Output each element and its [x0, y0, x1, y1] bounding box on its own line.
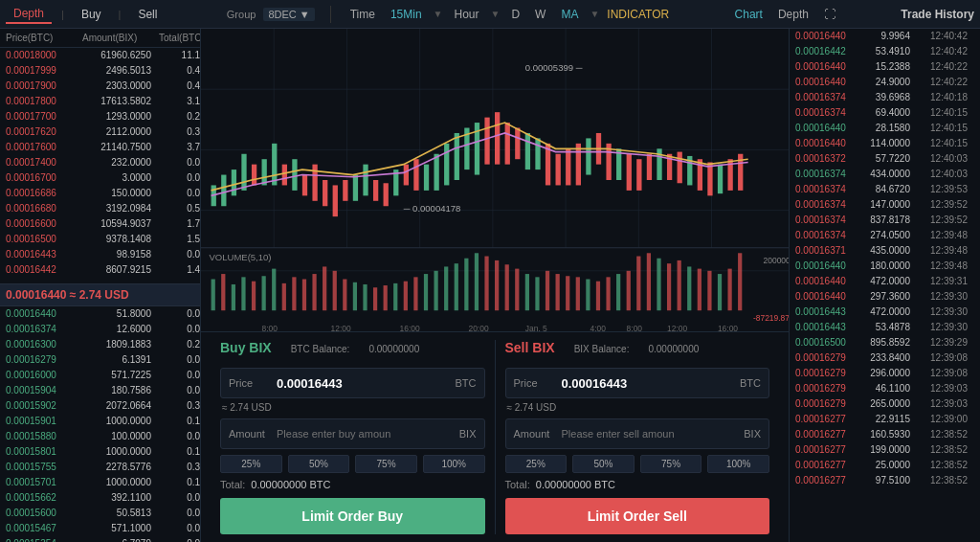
th-time: 12:40:42	[910, 30, 968, 43]
buy-order-row[interactable]: 0.00015467 571.1000 0.08833203	[0, 521, 200, 536]
th-price: 0.00016440	[795, 290, 862, 304]
buy-order-row[interactable]: 0.00016374 12.6000 0.00206312	[0, 322, 200, 337]
ob-total: 11.15291250	[151, 49, 200, 62]
buy-order-row[interactable]: 0.00015904 180.7586 0.02874784	[0, 383, 200, 398]
svg-rect-93	[455, 263, 458, 310]
sell-order-row[interactable]: 0.00017600 21140.7500 3.72077199	[0, 140, 200, 155]
svg-rect-74	[262, 276, 266, 310]
tab-sell[interactable]: Sell	[130, 6, 165, 23]
buy-order-row[interactable]: 0.00015880 100.0000 0.01588000	[0, 429, 200, 444]
sell-order-row[interactable]: 0.00018000 61960.6250 11.15291250	[0, 48, 200, 63]
sell-pct-25[interactable]: 25%	[505, 455, 568, 473]
ob-total: 1.41531445	[151, 263, 200, 277]
svg-rect-96	[484, 257, 488, 311]
ob-total: 0.22886099	[151, 110, 200, 124]
buy-pct-25[interactable]: 25%	[220, 455, 282, 473]
th-time: 12:39:03	[910, 382, 968, 395]
sell-pct-50[interactable]: 50%	[572, 455, 635, 473]
sell-order-row[interactable]: 0.00017700 1293.0000 0.22886099	[0, 109, 200, 124]
buy-order-row[interactable]: 0.00015600 50.5813 0.00789068	[0, 506, 200, 521]
trade-history-row: 0.00016374 84.6720 12:39:53	[790, 182, 980, 197]
buy-order-row[interactable]: 0.00015901 1000.0000 0.15901000	[0, 414, 200, 429]
ob-amount: 21140.7500	[75, 141, 151, 154]
buy-pct-100[interactable]: 100%	[423, 455, 485, 473]
th-amount: 297.3600	[862, 290, 910, 304]
sell-order-row[interactable]: 0.00016600 10594.9037 1.75875401	[0, 216, 200, 232]
ob-price: 0.00015755	[6, 461, 75, 474]
chart-btn-depth[interactable]: Depth	[774, 8, 813, 21]
sell-pct-100[interactable]: 100%	[707, 455, 769, 473]
ob-amount: 3.0000	[75, 171, 151, 185]
svg-rect-115	[678, 260, 681, 310]
buy-order-row[interactable]: 0.00015701 1000.0000 0.15700999	[0, 475, 200, 490]
ob-price: 0.00015467	[6, 522, 75, 535]
sell-order-row[interactable]: 0.00017900 2303.0000 0.41223699	[0, 79, 200, 94]
buy-price-input[interactable]	[277, 376, 456, 391]
chart-nav-indicator[interactable]: INDICATOR	[607, 8, 669, 21]
sell-pct-75[interactable]: 75%	[640, 455, 702, 473]
buy-order-row[interactable]: 0.00015354 6.7079 0.00102993	[0, 536, 200, 542]
ob-price: 0.00016440	[6, 307, 75, 321]
ob-price: 0.00015600	[6, 507, 75, 520]
trade-history-row: 0.00016277 160.5930 12:38:52	[790, 427, 980, 442]
buy-order-row[interactable]: 0.00015662 392.1100 0.06141226	[0, 490, 200, 506]
sell-order-row[interactable]: 0.00016686 150.0000 0.02502900	[0, 186, 200, 201]
chart-nav-hour[interactable]: Hour	[451, 8, 483, 21]
th-amount: 265.0000	[862, 397, 910, 411]
buy-percent-row: 25% 50% 75% 100%	[220, 455, 485, 473]
buy-order-row[interactable]: 0.00016440 51.8000 0.00851592	[0, 306, 200, 322]
chart-btn-expand[interactable]: ⛶	[820, 8, 839, 21]
buy-order-button[interactable]: Limit Order Buy	[220, 498, 485, 534]
svg-rect-98	[505, 264, 509, 310]
th-amount: 97.5100	[862, 474, 910, 487]
chart-nav-ma[interactable]: MA	[557, 8, 582, 21]
sell-order-row[interactable]: 0.00017800 17613.5802 3.13521727	[0, 94, 200, 109]
dec-badge[interactable]: 8DEC ▼	[263, 8, 314, 21]
th-amount: 274.0500	[862, 229, 910, 242]
sell-amount-input[interactable]	[562, 428, 745, 440]
sell-order-row[interactable]: 0.00017400 232.0000 0.04036800	[0, 155, 200, 170]
svg-rect-94	[464, 259, 468, 310]
svg-rect-53	[627, 154, 632, 191]
orderbook-header: Price(BTC) Amount(BIX) Total(BTC)	[0, 29, 200, 48]
svg-text:VOLUME(5,10): VOLUME(5,10)	[209, 252, 271, 262]
chart-nav-d[interactable]: D	[507, 8, 523, 21]
svg-rect-113	[657, 259, 660, 310]
sell-order-row[interactable]: 0.00016443 98.9158 0.01626472	[0, 247, 200, 262]
ob-total: 0.29489769	[151, 338, 200, 351]
th-amount: 53.4910	[862, 45, 910, 58]
svg-rect-84	[363, 284, 367, 310]
buy-order-row[interactable]: 0.00016279 6.1391 0.00099938	[0, 352, 200, 368]
sell-price-input[interactable]	[562, 376, 741, 391]
buy-pct-50[interactable]: 50%	[288, 455, 350, 473]
buy-order-row[interactable]: 0.00015801 1000.0000 0.15801000	[0, 444, 200, 460]
chart-nav-w[interactable]: W	[531, 8, 549, 21]
buy-price-currency: BTC	[456, 377, 477, 389]
buy-order-row[interactable]: 0.00015902 2072.0664 0.32949999	[0, 398, 200, 414]
sell-order-row[interactable]: 0.00017620 2112.0000 0.37213440	[0, 124, 200, 140]
buy-amount-input[interactable]	[277, 428, 459, 440]
ob-price: 0.00017600	[6, 141, 75, 154]
sell-order-row[interactable]: 0.00016680 3192.0984 0.53244201	[0, 201, 200, 216]
trade-history-row: 0.00016277 22.9115 12:39:00	[790, 412, 980, 427]
svg-rect-54	[636, 159, 641, 191]
svg-rect-47	[566, 148, 570, 185]
trade-history-row: 0.00016279 265.0000 12:39:03	[790, 396, 980, 412]
ob-amount: 571.7225	[75, 369, 151, 382]
sell-order-row[interactable]: 0.00016442 8607.9215 1.41531445	[0, 262, 200, 278]
buy-order-row[interactable]: 0.00016300 1809.1883 0.29489769	[0, 337, 200, 352]
chart-nav-15min[interactable]: 15Min	[387, 8, 426, 21]
buy-pct-75[interactable]: 75%	[355, 455, 417, 473]
sell-order-row[interactable]: 0.00017999 2496.5013 0.44934526	[0, 63, 200, 79]
sell-order-row[interactable]: 0.00016500 9378.1408 1.54739320	[0, 232, 200, 247]
svg-rect-79	[312, 274, 316, 310]
sell-order-button[interactable]: Limit Order Sell	[505, 498, 770, 534]
chart-nav-time[interactable]: Time	[346, 8, 379, 21]
buy-order-row[interactable]: 0.00016000 571.7225 0.09147560	[0, 368, 200, 383]
ob-total: 0.35898990	[151, 461, 200, 474]
chart-btn-chart[interactable]: Chart	[731, 8, 767, 21]
tab-buy[interactable]: Buy	[74, 6, 109, 23]
sell-order-row[interactable]: 0.00016700 3.0000 0.00050099	[0, 170, 200, 186]
buy-order-row[interactable]: 0.00015755 2278.5776 0.35898990	[0, 460, 200, 475]
tab-depth[interactable]: Depth	[6, 5, 52, 24]
